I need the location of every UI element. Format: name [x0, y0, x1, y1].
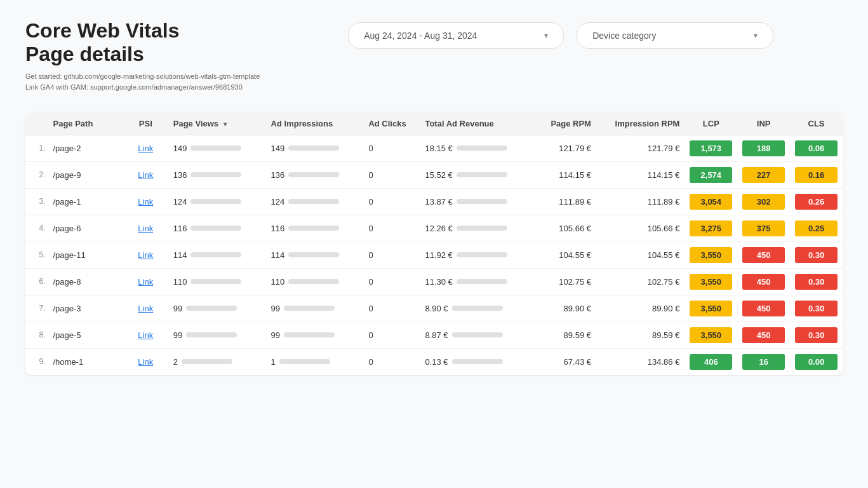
row-path: /page-1	[48, 188, 123, 215]
table-row: 2. /page-9 Link 136 136 0 15.52 € 114.15…	[25, 161, 843, 188]
col-header-cls: CLS	[790, 112, 843, 135]
row-path: /page-9	[48, 161, 123, 188]
row-cls: 0.16	[790, 161, 843, 188]
col-header-tar: Total Ad Revenue	[420, 112, 521, 135]
row-ai: 114	[266, 241, 364, 268]
row-psi[interactable]: Link	[123, 161, 168, 188]
table-row: 8. /page-5 Link 99 99 0 8.87 € 89.59 € 8…	[25, 322, 843, 348]
data-table-container: Page Path PSI Page Views ▼ Ad Impression…	[25, 112, 843, 375]
table-row: 6. /page-8 Link 110 110 0 11.30 € 102.75…	[25, 268, 843, 295]
col-header-path: Page Path	[48, 112, 123, 135]
row-cls: 0.06	[790, 135, 843, 161]
row-index: 5.	[25, 241, 48, 268]
row-pv: 2	[168, 348, 266, 375]
row-pv: 136	[168, 161, 266, 188]
row-inp: 227	[737, 161, 790, 188]
row-psi[interactable]: Link	[123, 241, 168, 268]
row-tar: 11.30 €	[420, 268, 521, 295]
row-tar: 15.52 €	[420, 161, 521, 188]
row-cls: 0.30	[790, 295, 843, 322]
table-body: 1. /page-2 Link 149 149 0 18.15 € 121.79…	[25, 135, 843, 375]
col-header-pv[interactable]: Page Views ▼	[168, 112, 266, 135]
row-psi[interactable]: Link	[123, 188, 168, 215]
row-lcp: 3,550	[684, 241, 737, 268]
row-ac: 0	[363, 322, 420, 348]
row-lcp: 1,573	[684, 135, 737, 161]
date-filter-dropdown[interactable]: Aug 24, 2024 - Aug 31, 2024 ▾	[348, 22, 564, 49]
page-title: Core Web Vitals Page details	[25, 19, 260, 66]
row-index: 1.	[25, 135, 48, 161]
row-cls: 0.00	[790, 348, 843, 375]
row-ai: 136	[266, 161, 364, 188]
row-lcp: 406	[684, 348, 737, 375]
row-index: 2.	[25, 161, 48, 188]
row-inp: 450	[737, 268, 790, 295]
col-header-inp: INP	[737, 112, 790, 135]
row-inp: 16	[737, 348, 790, 375]
row-index: 9.	[25, 348, 48, 375]
row-irpm: 89.90 €	[596, 295, 684, 322]
row-irpm: 111.89 €	[596, 188, 684, 215]
row-pv: 99	[168, 295, 266, 322]
row-cls: 0.30	[790, 268, 843, 295]
col-header-prpm: Page RPM	[521, 112, 596, 135]
row-ac: 0	[363, 188, 420, 215]
subtitle: Get started: github.com/google-marketing…	[25, 71, 260, 93]
device-filter-label: Device category	[592, 30, 656, 41]
row-ac: 0	[363, 215, 420, 241]
row-ac: 0	[363, 241, 420, 268]
row-ac: 0	[363, 348, 420, 375]
row-lcp: 3,550	[684, 295, 737, 322]
row-psi[interactable]: Link	[123, 268, 168, 295]
row-ai: 124	[266, 188, 364, 215]
row-pv: 110	[168, 268, 266, 295]
table-row: 4. /page-6 Link 116 116 0 12.26 € 105.66…	[25, 215, 843, 241]
col-header-ai: Ad Impressions	[266, 112, 364, 135]
row-index: 6.	[25, 268, 48, 295]
row-ai: 99	[266, 322, 364, 348]
row-irpm: 105.66 €	[596, 215, 684, 241]
row-psi[interactable]: Link	[123, 322, 168, 348]
row-psi[interactable]: Link	[123, 215, 168, 241]
row-path: /page-5	[48, 322, 123, 348]
row-index: 3.	[25, 188, 48, 215]
date-filter-label: Aug 24, 2024 - Aug 31, 2024	[364, 30, 477, 41]
row-inp: 450	[737, 322, 790, 348]
row-prpm: 104.55 €	[521, 241, 596, 268]
row-path: /page-6	[48, 215, 123, 241]
data-table: Page Path PSI Page Views ▼ Ad Impression…	[25, 112, 843, 375]
row-tar: 18.15 €	[420, 135, 521, 161]
row-pv: 114	[168, 241, 266, 268]
table-row: 9. /home-1 Link 2 1 0 0.13 € 67.43 € 134…	[25, 348, 843, 375]
row-cls: 0.30	[790, 241, 843, 268]
col-header-ac: Ad Clicks	[363, 112, 420, 135]
row-cls: 0.26	[790, 188, 843, 215]
row-inp: 375	[737, 215, 790, 241]
row-irpm: 114.15 €	[596, 161, 684, 188]
date-filter-arrow: ▾	[544, 31, 548, 40]
row-tar: 11.92 €	[420, 241, 521, 268]
row-irpm: 121.79 €	[596, 135, 684, 161]
row-prpm: 111.89 €	[521, 188, 596, 215]
row-inp: 450	[737, 241, 790, 268]
filters: Aug 24, 2024 - Aug 31, 2024 ▾ Device cat…	[279, 19, 843, 49]
row-psi[interactable]: Link	[123, 295, 168, 322]
device-filter-dropdown[interactable]: Device category ▾	[577, 22, 773, 49]
col-header-idx	[25, 112, 48, 135]
row-irpm: 104.55 €	[596, 241, 684, 268]
row-prpm: 89.59 €	[521, 322, 596, 348]
row-prpm: 114.15 €	[521, 161, 596, 188]
row-psi[interactable]: Link	[123, 348, 168, 375]
row-path: /page-2	[48, 135, 123, 161]
row-pv: 99	[168, 322, 266, 348]
row-psi[interactable]: Link	[123, 135, 168, 161]
row-pv: 116	[168, 215, 266, 241]
table-row: 7. /page-3 Link 99 99 0 8.90 € 89.90 € 8…	[25, 295, 843, 322]
row-irpm: 134.86 €	[596, 348, 684, 375]
row-tar: 8.90 €	[420, 295, 521, 322]
row-index: 8.	[25, 322, 48, 348]
row-prpm: 67.43 €	[521, 348, 596, 375]
row-ai: 149	[266, 135, 364, 161]
row-path: /home-1	[48, 348, 123, 375]
table-row: 5. /page-11 Link 114 114 0 11.92 € 104.5…	[25, 241, 843, 268]
